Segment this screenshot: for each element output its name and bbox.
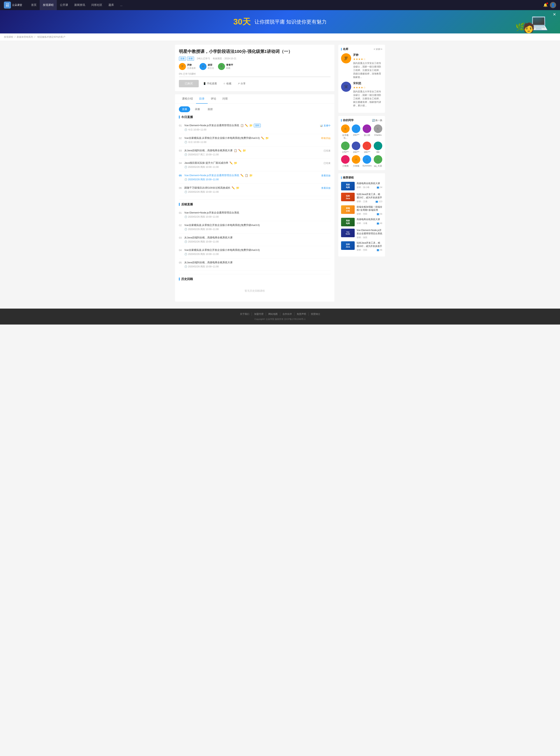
classmate-name-1: 1567** xyxy=(353,134,359,136)
breadcrumb-discover[interactable]: 发现课程 xyxy=(4,36,13,38)
rec-meta-5: 讲师：岱田 👥 46 xyxy=(357,248,382,252)
subtabs: 直播 录播 面授 xyxy=(175,104,335,112)
lesson-body-02: Vue全家桶实战 从零独立开发企业级小米电商系统(免费升级Vue3.0) ✏️ … xyxy=(184,136,321,144)
lesson-tag-01: 资料 xyxy=(254,124,261,127)
phone-watch-button[interactable]: 📱 手机观看 xyxy=(201,81,219,86)
subtab-live[interactable]: 直播 xyxy=(179,106,190,112)
collect-button[interactable]: ☆ 收藏 xyxy=(221,81,233,86)
footer-sitemap[interactable]: 网站地图 xyxy=(266,313,280,316)
lesson-time-04: 🕐 2020/02/26 周四 10:00~11:00 xyxy=(184,165,323,169)
lesson-item-01: 01 Vue Element+Node.js开发企业通用管理后台系统 📋 ✏️ … xyxy=(179,121,331,134)
nav-qa[interactable]: 问答社区 xyxy=(88,0,105,10)
rec-item-3[interactable]: 高级电商 高级电商全线系统大课 讲师：冷庵 👥 46 xyxy=(341,218,382,226)
footer: 关于我们 加盟代理 网站地图 合作伙伴 免责声明 招贤纳士 Copyright©… xyxy=(0,309,560,324)
future-lesson-03: 03 从Java后端到全栈，高级电商全栈系统大课 🕐 2020/02/26 周四… xyxy=(179,234,331,246)
progress-label: 0% 已学习0课时 xyxy=(179,72,331,76)
rec-item-4[interactable]: VueNode Vue Element+Node.js开发企业通用管理后台系统 … xyxy=(341,229,382,239)
future-lesson-05: 05 从Java后端到全栈，高级电商全栈系统大课 🕐 2020/02/26 周四… xyxy=(179,258,331,271)
breadcrumb-sep1: / xyxy=(15,36,16,38)
tab-review[interactable]: 评论 xyxy=(208,94,219,104)
rec-item-1[interactable]: 玩转Java 玩转Java开发工具，精通JUC，成为开发多面手 讲师：王塘 👥 … xyxy=(341,193,382,203)
rec-info-4: Vue Element+Node.js开发企业通用管理后台系统 讲师：张田 xyxy=(357,229,382,239)
course-teachers: 罗 罗静 主讲老师 凌 凌荷 班主任 青 青青平 xyxy=(179,63,331,70)
badge-record: 录播 xyxy=(187,57,194,61)
classmate-avatar-3: C xyxy=(374,124,382,133)
rec-item-0[interactable]: 高级电商 高级电商全线系统大课 讲师：张小锋 👥 34 xyxy=(341,182,382,191)
footer-recruit[interactable]: 招贤纳士 xyxy=(308,313,323,316)
sidebar-recommended-label: 推荐课程 xyxy=(341,176,354,179)
lesson-time-05: 🕐 2020/02/26 周四 10:00~11:00 xyxy=(184,178,321,181)
sidebar-recommended-card: 推荐课程 高级电商 高级电商全线系统大课 讲师：张小锋 👥 34 玩转Java xyxy=(338,173,385,257)
footer-about[interactable]: 关于我们 xyxy=(238,313,252,316)
teacher-info-0: 罗静 主讲老师 xyxy=(187,63,196,69)
history-empty: 暂无历史回顾课程 xyxy=(179,283,331,298)
rec-item-5[interactable]: 玩转Java 玩转Java开发工具，精通JUC，成为开发多面手 讲师：岱田 👥 … xyxy=(341,241,382,252)
sidebar-teachers-nav[interactable]: < 1/10 > xyxy=(374,48,382,51)
lesson-icon-copy-03[interactable]: 📋 xyxy=(234,149,237,152)
bought-button[interactable]: 已购买 xyxy=(179,80,199,87)
teacher-role-0: 主讲老师 xyxy=(187,67,196,69)
lesson-icon-edit-04[interactable]: ✏️ xyxy=(229,161,233,164)
classmate-name-2: 张小田 xyxy=(364,134,370,137)
future-lesson-01: 01 Vue Element+Node.js开发企业通用管理后台系统 🕐 202… xyxy=(179,208,331,221)
future-name-04: Vue全家桶实战 从零独立开发企业级小米电商系统(免费升级Vue3.0) xyxy=(184,248,331,252)
classmate-name-11: qq_天涯 xyxy=(374,164,382,167)
classmate-8: 小 小熊熊 xyxy=(341,155,350,167)
logo[interactable]: 云朵课堂 云朵课堂 xyxy=(4,2,22,8)
subtab-face[interactable]: 面授 xyxy=(204,106,216,112)
banner-close-button[interactable]: ✕ xyxy=(553,12,556,17)
user-avatar[interactable]: 👤 xyxy=(550,2,556,8)
lesson-status-05[interactable]: 查看回放 xyxy=(321,174,331,177)
lesson-icon-file-06[interactable]: 📁 xyxy=(236,186,239,190)
rec-item-2[interactable]: 前端全栈 前端全栈加强版！前端全栈+全周期+多端应用 讲师：岱田 👥 56 xyxy=(341,205,382,216)
rec-title-2: 前端全栈加强版！前端全栈+全周期+多端应用 xyxy=(357,205,382,212)
nav-home[interactable]: 首页 xyxy=(28,0,40,10)
tab-qa[interactable]: 问答 xyxy=(219,94,231,104)
lesson-icon-edit-01[interactable]: ✏️ xyxy=(245,124,248,127)
lesson-icon-edit-03[interactable]: ✏️ xyxy=(238,149,241,152)
lesson-status-06[interactable]: 查看回放 xyxy=(321,186,331,190)
rec-info-0: 高级电商全线系统大课 讲师：张小锋 👥 34 xyxy=(357,182,382,191)
rec-title-5: 玩转Java开发工具，精通JUC，成为开发多面手 xyxy=(357,241,382,248)
tab-catalog[interactable]: 目录 xyxy=(196,94,208,104)
lesson-icon-copy-01[interactable]: 📋 xyxy=(240,124,244,127)
rec-title-4: Vue Element+Node.js开发企业通用管理后台系统 xyxy=(357,229,382,235)
switch-button[interactable]: 🔄 换一换 xyxy=(372,119,382,122)
lesson-icon-file-02[interactable]: 📁 xyxy=(265,137,269,140)
sidebar-classmates-card: 你的同学 🔄 换一换 化 化学教书... 1 1567** 张 张小田 xyxy=(338,116,385,170)
footer-disclaimer[interactable]: 免责声明 xyxy=(294,313,308,316)
lesson-icon-file-04[interactable]: 📁 xyxy=(234,161,237,164)
subtab-record[interactable]: 录播 xyxy=(192,106,203,112)
lesson-icon-file-05[interactable]: 📁 xyxy=(249,174,253,177)
nav-discover[interactable]: 发现课程 xyxy=(40,0,57,10)
lesson-icon-edit-02[interactable]: ✏️ xyxy=(261,137,264,140)
notification-bell[interactable]: 🔔 xyxy=(543,3,547,7)
lesson-icon-file-03[interactable]: 📁 xyxy=(243,149,246,152)
lesson-time-01: 🕐 今日 10:00~11:00 xyxy=(184,128,320,132)
lesson-body-05: Vue Element+Node.js开发企业通用管理后台系统 ✏️ 📋 📁 🕐… xyxy=(184,174,321,181)
sidebar-teacher-stars-1: ★★★★☆ xyxy=(353,86,382,89)
classmate-5: 1 1567** xyxy=(352,142,360,153)
future-body-02: Vue全家桶实战 从零独立开发企业级小米电商系统(免费升级Vue3.0) 🕐 2… xyxy=(184,223,331,231)
breadcrumb-series[interactable]: 新媒体营销系列 xyxy=(17,36,33,38)
nav-questions[interactable]: 题库 xyxy=(105,0,117,10)
phone-icon: 📱 xyxy=(203,82,206,85)
lesson-icon-copy-05[interactable]: 📋 xyxy=(245,174,248,177)
nav-news[interactable]: 新闻资讯 xyxy=(71,0,88,10)
share-button[interactable]: ↗ 分享 xyxy=(236,81,247,86)
lesson-icon-edit-05[interactable]: ✏️ xyxy=(240,174,244,177)
classmate-avatar-4: 1 xyxy=(341,142,349,150)
sidebar-teacher-desc-1: 国内某重点大学安全工程专业硕士，国家一级注册消防工程师、注册安全工程师、级注册建… xyxy=(353,90,382,107)
lesson-status-02: 即将开始 xyxy=(321,137,331,140)
nav-open[interactable]: 公开课 xyxy=(57,0,71,10)
nav-more[interactable]: ... xyxy=(117,0,126,10)
lesson-icon-file-01[interactable]: 📁 xyxy=(249,124,253,127)
rec-thumb-4: VueNode xyxy=(341,229,355,237)
future-num-02: 02 xyxy=(179,224,184,227)
lesson-icon-edit-06[interactable]: ✏️ xyxy=(232,186,235,190)
footer-agent[interactable]: 加盟代理 xyxy=(252,313,266,316)
classmate-avatar-5: 1 xyxy=(352,142,360,150)
lesson-body-04: Java项目面试实操 提升大厂面试成功率 ✏️ 📁 🕐 2020/02/26 周… xyxy=(184,161,323,169)
footer-partner[interactable]: 合作伙伴 xyxy=(280,313,294,316)
tab-intro[interactable]: 课程介绍 xyxy=(179,94,196,104)
